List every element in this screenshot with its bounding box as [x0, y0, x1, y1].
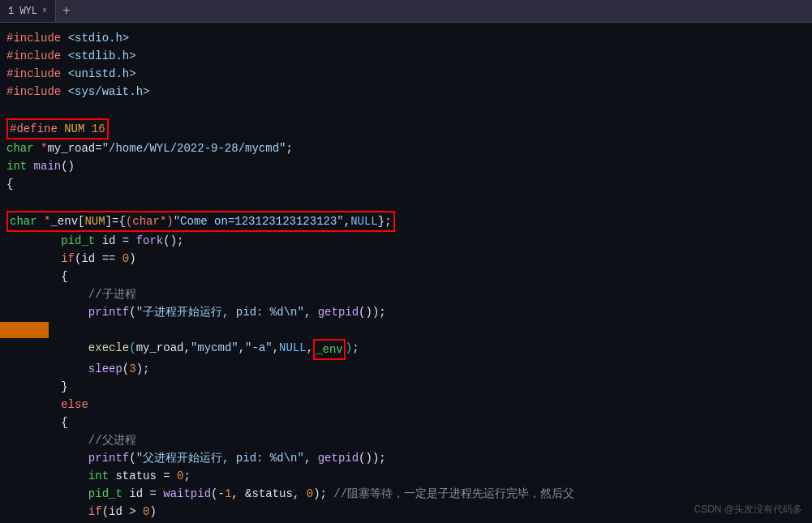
code-text: [6, 467, 88, 485]
code-text: (: [122, 360, 129, 378]
code-line: #include <stdlib.h>: [0, 47, 812, 65]
code-line: #include <sys/wait.h>: [0, 83, 812, 101]
code-text: ,: [238, 339, 245, 357]
code-text: #include: [6, 47, 68, 65]
code-text: <stdio.h>: [68, 29, 130, 47]
code-text: #define: [10, 122, 64, 135]
code-text: _env[: [50, 215, 84, 228]
code-text: [6, 303, 88, 321]
code-text: pid_t: [61, 232, 101, 250]
code-line: printf("子进程开始运行, pid: %d\n", getpid());: [0, 303, 812, 321]
code-text: status =: [115, 467, 177, 485]
code-text: );: [136, 360, 150, 378]
code-text: id =: [102, 232, 136, 250]
code-text: getpid: [318, 303, 359, 321]
code-line: //父进程: [0, 431, 812, 449]
env-highlight: _env: [313, 339, 346, 360]
code-text: int: [88, 467, 116, 485]
code-line-orange: [0, 321, 812, 339]
code-text: 0: [122, 250, 129, 268]
tab-item[interactable]: 1 WYL ×: [0, 0, 56, 22]
code-line: int status = 0;: [0, 467, 812, 485]
code-text: [6, 193, 13, 211]
code-text: (id >: [102, 503, 143, 521]
code-text: #include: [6, 65, 68, 83]
code-text: 16: [92, 122, 105, 135]
code-text: NULL: [279, 339, 307, 357]
code-text: id =: [129, 485, 163, 503]
code-line: {: [0, 414, 812, 431]
code-text: 3: [129, 360, 135, 378]
code-text: pid_t: [88, 485, 129, 503]
code-text: , &status,: [231, 485, 306, 503]
code-text: my_road=: [47, 139, 101, 157]
code-line: }: [0, 378, 812, 396]
code-text: );: [313, 485, 333, 503]
code-text: ();: [163, 232, 183, 250]
code-text: #include: [6, 83, 68, 101]
code-text: ,: [304, 303, 318, 321]
code-text: ,: [344, 215, 350, 228]
code-text: NUM: [64, 122, 92, 135]
code-text: ());: [359, 303, 386, 321]
code-text: (: [129, 303, 135, 321]
code-text: ): [129, 250, 135, 268]
code-text: printf: [88, 449, 129, 467]
code-line: if(id == 0): [0, 250, 812, 268]
code-text: main: [34, 157, 62, 175]
code-text: execle: [88, 339, 129, 357]
code-text: [6, 485, 88, 503]
code-line: //子进程: [0, 285, 812, 303]
code-text: [6, 503, 88, 521]
code-text: int: [6, 157, 34, 175]
code-text: "子进程开始运行, pid: %d\n": [136, 303, 304, 321]
code-line: pid_t id = fork();: [0, 232, 812, 250]
code-text: if: [88, 503, 102, 521]
code-text: #include: [6, 29, 68, 47]
code-text: char: [6, 139, 41, 157]
code-text: //阻塞等待，一定是子进程先运行完毕，然后父: [333, 485, 574, 503]
code-text: "/home/WYL/2022-9-28/mycmd": [102, 139, 286, 157]
code-text: 0: [177, 467, 183, 485]
code-text: <sys/wait.h>: [68, 83, 150, 101]
code-text: <stdlib.h>: [68, 47, 136, 65]
code-text: ,: [307, 339, 313, 357]
code-line: printf("父进程开始运行, pid: %d\n", getpid());: [0, 449, 812, 467]
code-text: (id ==: [75, 250, 122, 268]
code-line-env: char *_env[NUM]={(char*)"Come on=1231231…: [0, 211, 812, 232]
code-text: [6, 232, 61, 250]
code-text: ;: [352, 339, 359, 357]
code-text: 0: [307, 485, 313, 503]
code-text: (): [61, 157, 75, 175]
code-text: ;: [286, 139, 292, 157]
code-line-execle: execle(my_road,"mycmd","-a",NULL,_env);: [0, 339, 812, 360]
code-text: (-: [211, 485, 225, 503]
tab-close-button[interactable]: ×: [42, 6, 47, 15]
code-line: {: [0, 175, 812, 193]
code-line: sleep(3);: [0, 360, 812, 378]
tab-add-button[interactable]: +: [56, 4, 77, 19]
code-text: }: [6, 378, 68, 396]
code-text: {: [6, 175, 13, 193]
code-line: [0, 101, 812, 118]
code-text: (: [129, 449, 135, 467]
code-text: char *_env[NUM]={(char*)"Come on=1231231…: [6, 211, 395, 232]
code-text: else: [61, 396, 88, 414]
code-text: ());: [359, 449, 386, 467]
code-text: "mycmd": [191, 339, 238, 357]
code-line: {: [0, 268, 812, 285]
code-text: "-a": [245, 339, 273, 357]
code-text: char: [10, 215, 44, 228]
code-text: [6, 396, 61, 414]
code-text: NULL: [350, 215, 378, 228]
code-text: #define NUM 16: [6, 118, 109, 139]
code-line: #include <stdio.h>: [0, 29, 812, 47]
code-text: printf: [88, 303, 129, 321]
code-text: NUM: [84, 215, 105, 228]
code-text: 1: [225, 485, 231, 503]
code-text: //父进程: [6, 431, 136, 449]
code-text: ): [149, 503, 156, 521]
code-text: <unistd.h>: [68, 65, 136, 83]
code-text: 0: [143, 503, 149, 521]
code-text: {: [6, 414, 68, 431]
